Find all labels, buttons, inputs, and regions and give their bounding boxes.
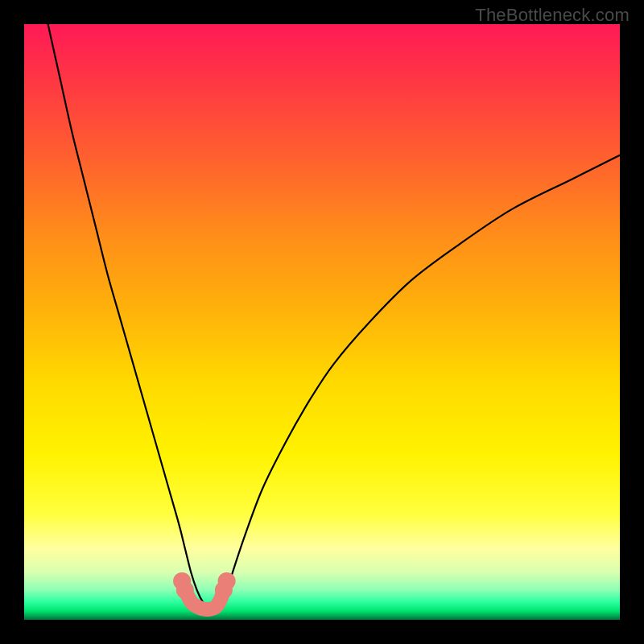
watermark-text: TheBottleneck.com bbox=[475, 5, 630, 26]
highlight-dot bbox=[218, 572, 236, 590]
highlight-dot bbox=[176, 581, 194, 599]
highlight-markers bbox=[173, 572, 236, 609]
plot-area bbox=[24, 24, 620, 620]
bottleneck-curve bbox=[48, 24, 620, 609]
chart-frame: TheBottleneck.com bbox=[0, 0, 644, 644]
chart-svg bbox=[24, 24, 620, 620]
